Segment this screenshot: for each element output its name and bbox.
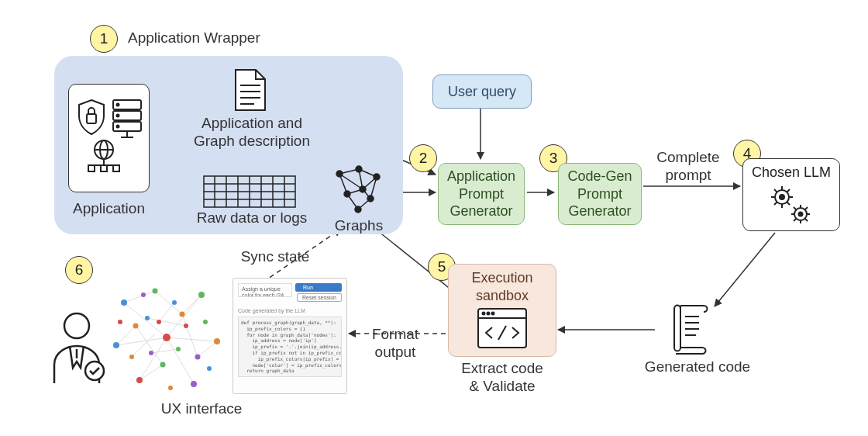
sandbox-subtitle: Extract code & Validate: [451, 360, 553, 396]
svg-rect-87: [478, 309, 526, 348]
wrapper-title: Application Wrapper: [128, 29, 260, 47]
svg-point-115: [121, 299, 127, 306]
scroll-icon: [663, 301, 713, 360]
svg-point-117: [214, 338, 220, 344]
svg-point-127: [184, 324, 188, 328]
svg-point-89: [483, 313, 485, 315]
svg-point-60: [360, 186, 366, 192]
svg-point-57: [356, 166, 362, 172]
svg-line-79: [794, 207, 797, 210]
ux-run-button: Run: [295, 283, 342, 292]
chosen-llm-label: Chosen LLM: [752, 164, 831, 182]
svg-point-130: [129, 355, 134, 359]
user-query-box: User query: [432, 74, 532, 109]
svg-line-113: [159, 303, 174, 322]
svg-point-90: [487, 313, 490, 315]
rawdata-label: Raw data or logs: [194, 209, 310, 227]
execution-sandbox-box: Execution sandbox: [448, 264, 556, 357]
svg-line-71: [774, 202, 777, 205]
svg-point-58: [374, 174, 380, 180]
svg-line-70: [787, 202, 790, 205]
network-graph-icon: [108, 279, 225, 399]
svg-line-110: [147, 318, 186, 326]
ux-screenshot-mock: Assign a unique color for each /24 IP ad…: [232, 278, 347, 394]
svg-line-105: [140, 365, 163, 380]
svg-line-97: [167, 295, 202, 337]
svg-point-136: [207, 366, 212, 371]
svg-point-126: [145, 316, 150, 320]
user-avatar-icon: [46, 309, 107, 389]
rawdata-icon: [203, 175, 296, 211]
application-box: [68, 84, 150, 192]
svg-line-99: [167, 337, 194, 384]
sync-state-label: Sync state: [232, 248, 318, 266]
svg-point-132: [157, 320, 161, 324]
generated-code-label: Generated code: [636, 358, 760, 376]
svg-point-95: [85, 362, 104, 380]
svg-point-120: [113, 342, 119, 348]
app-prompt-generator-box: Application Prompt Generator: [438, 163, 525, 225]
svg-point-18: [116, 115, 119, 117]
svg-line-82: [804, 207, 808, 210]
gears-icon: [768, 185, 815, 227]
svg-line-108: [136, 326, 163, 365]
chosen-llm-box: Chosen LLM: [742, 158, 840, 231]
svg-line-102: [124, 291, 155, 303]
svg-point-74: [799, 212, 803, 216]
badge-6: 6: [65, 256, 93, 284]
svg-line-72: [787, 189, 790, 192]
svg-point-119: [136, 377, 143, 383]
svg-line-81: [794, 218, 797, 221]
graphs-icon: [332, 164, 386, 219]
code-gen-box: Code-Gen Prompt Generator: [558, 163, 642, 225]
svg-point-121: [153, 289, 158, 294]
svg-rect-29: [113, 165, 119, 171]
svg-line-101: [116, 337, 167, 345]
svg-point-61: [367, 196, 374, 202]
svg-line-100: [140, 337, 167, 380]
svg-point-56: [336, 171, 343, 177]
svg-line-111: [151, 349, 178, 353]
description-label: Application and Graph description: [186, 115, 318, 151]
format-output-label: Format output: [356, 326, 434, 362]
svg-point-17: [116, 104, 119, 106]
ux-reset-button: Reset session: [297, 293, 342, 302]
sandbox-title: Execution sandbox: [471, 269, 532, 304]
svg-point-19: [116, 126, 119, 128]
svg-line-107: [155, 291, 182, 314]
document-icon: [232, 68, 268, 115]
svg-point-93: [64, 313, 89, 338]
ux-code-header: Code generated by the LLM: [238, 308, 342, 313]
svg-point-62: [355, 206, 361, 213]
svg-line-80: [804, 218, 808, 221]
svg-point-124: [160, 362, 166, 368]
svg-rect-28: [101, 165, 107, 171]
svg-point-125: [133, 324, 139, 329]
svg-line-103: [182, 295, 202, 314]
graphs-label: Graphs: [332, 217, 386, 235]
svg-point-128: [149, 351, 153, 355]
svg-point-64: [780, 195, 784, 199]
svg-rect-27: [88, 165, 95, 171]
svg-point-129: [176, 347, 181, 351]
svg-point-118: [191, 381, 197, 387]
complete-prompt-label: Complete prompt: [649, 149, 727, 185]
svg-point-123: [195, 355, 201, 360]
badge-2: 2: [409, 144, 437, 172]
svg-point-134: [141, 292, 146, 297]
svg-point-131: [172, 300, 177, 305]
code-window-icon: [477, 307, 528, 349]
application-icons: [74, 95, 144, 181]
ux-prompt-input: Assign a unique color for each /24 IP ad…: [238, 283, 292, 297]
svg-line-8: [715, 233, 775, 306]
application-label: Application: [68, 200, 150, 218]
ux-interface-label: UX interface: [140, 400, 264, 418]
svg-point-137: [168, 386, 173, 390]
svg-point-122: [180, 312, 185, 317]
svg-point-133: [203, 320, 208, 324]
svg-rect-13: [87, 114, 96, 123]
svg-line-106: [116, 326, 136, 345]
svg-line-104: [198, 341, 217, 357]
svg-point-114: [163, 334, 170, 341]
svg-line-109: [182, 314, 198, 357]
